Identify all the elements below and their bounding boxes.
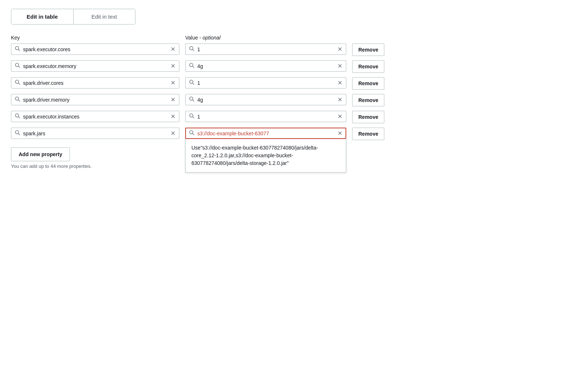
column-headers: Key Value - optional <box>11 35 571 41</box>
svg-line-9 <box>18 83 20 84</box>
remove-button-2[interactable]: Remove <box>352 60 384 73</box>
key-input-wrapper-6: ✕ <box>11 128 179 139</box>
value-header: Value - optional <box>185 35 346 41</box>
svg-line-5 <box>18 66 20 68</box>
value-autocomplete-container-2: ✕ <box>185 60 346 72</box>
search-icon <box>189 46 194 52</box>
key-input-5[interactable] <box>23 114 168 120</box>
value-input-wrapper-2: ✕ <box>185 60 346 72</box>
search-icon <box>189 80 194 86</box>
value-autocomplete-container-3: ✕ <box>185 77 346 88</box>
value-input-2[interactable] <box>197 63 335 69</box>
key-header: Key <box>11 35 179 41</box>
key-input-wrapper-1: ✕ <box>11 44 179 55</box>
remove-button-3[interactable]: Remove <box>352 77 384 90</box>
value-header-prefix: Value - <box>185 35 202 41</box>
svg-line-7 <box>193 66 194 68</box>
svg-line-13 <box>18 100 20 101</box>
key-clear-button-6[interactable]: ✕ <box>171 131 175 136</box>
value-input-6[interactable] <box>197 131 335 136</box>
value-input-wrapper-1: ✕ <box>185 44 346 55</box>
search-icon <box>189 97 194 103</box>
svg-line-21 <box>18 133 20 135</box>
value-header-optional: optional <box>202 35 220 41</box>
property-row: ✕ ✕ Remove <box>11 94 571 106</box>
remove-button-1[interactable]: Remove <box>352 44 384 56</box>
value-input-3[interactable] <box>197 80 335 86</box>
remove-button-5[interactable]: Remove <box>352 111 384 123</box>
key-input-wrapper-5: ✕ <box>11 111 179 122</box>
autocomplete-dropdown-6[interactable]: Use"s3://doc-example-bucket-630778274080… <box>185 139 346 173</box>
search-icon <box>15 46 20 52</box>
property-row: ✕ ✕ Remove <box>11 77 571 90</box>
key-input-1[interactable] <box>23 46 168 52</box>
property-row: ✕ ✕ Remove <box>11 111 571 123</box>
value-autocomplete-container-5: ✕ <box>185 111 346 122</box>
value-autocomplete-container-6: ✕ Use"s3://doc-example-bucket-6307782740… <box>185 128 346 139</box>
value-input-wrapper-5: ✕ <box>185 111 346 122</box>
search-icon <box>189 63 194 69</box>
tab-bar: Edit in table Edit in text <box>11 9 135 24</box>
key-clear-button-2[interactable]: ✕ <box>171 63 175 69</box>
key-input-2[interactable] <box>23 63 168 69</box>
tab-edit-in-table[interactable]: Edit in table <box>11 9 74 24</box>
value-input-wrapper-4: ✕ <box>185 94 346 105</box>
key-clear-button-1[interactable]: ✕ <box>171 46 175 52</box>
property-row: ✕ ✕ Remove <box>11 44 571 56</box>
key-input-wrapper-2: ✕ <box>11 60 179 72</box>
property-row: ✕ ✕ Use"s3://doc-example-bucket-63077827… <box>11 128 571 140</box>
value-clear-button-6[interactable]: ✕ <box>337 131 342 136</box>
svg-line-11 <box>193 83 194 84</box>
svg-line-3 <box>193 49 194 51</box>
value-clear-button-2[interactable]: ✕ <box>337 63 342 69</box>
key-clear-button-3[interactable]: ✕ <box>171 80 175 86</box>
key-input-6[interactable] <box>23 131 168 136</box>
search-icon <box>15 130 20 136</box>
svg-line-1 <box>18 49 20 51</box>
search-icon <box>15 113 20 120</box>
value-input-wrapper-6: ✕ <box>185 128 346 139</box>
key-clear-button-5[interactable]: ✕ <box>171 114 175 120</box>
autocomplete-suggestion: Use"s3://doc-example-bucket-630778274080… <box>191 144 340 167</box>
search-icon <box>15 80 20 86</box>
property-row: ✕ ✕ Remove <box>11 60 571 73</box>
remove-button-4[interactable]: Remove <box>352 94 384 106</box>
value-clear-button-1[interactable]: ✕ <box>337 46 342 52</box>
tab-edit-in-text[interactable]: Edit in text <box>74 9 135 24</box>
add-new-property-button[interactable]: Add new property <box>11 147 70 161</box>
key-input-4[interactable] <box>23 97 168 103</box>
svg-line-23 <box>193 133 194 135</box>
svg-line-15 <box>193 100 194 101</box>
key-input-3[interactable] <box>23 80 168 86</box>
svg-line-17 <box>18 117 20 118</box>
property-rows: ✕ ✕ Remove ✕ ✕ Remove <box>11 44 571 140</box>
key-input-wrapper-4: ✕ <box>11 94 179 105</box>
value-autocomplete-container-4: ✕ <box>185 94 346 105</box>
search-icon <box>189 130 194 136</box>
search-icon <box>15 97 20 103</box>
search-icon <box>189 113 194 120</box>
svg-line-19 <box>193 117 194 118</box>
value-clear-button-5[interactable]: ✕ <box>337 114 342 120</box>
remove-button-6[interactable]: Remove <box>352 128 384 140</box>
value-clear-button-3[interactable]: ✕ <box>337 80 342 86</box>
search-icon <box>15 63 20 69</box>
key-input-wrapper-3: ✕ <box>11 77 179 88</box>
value-input-1[interactable] <box>197 46 335 52</box>
key-clear-button-4[interactable]: ✕ <box>171 97 175 103</box>
value-clear-button-4[interactable]: ✕ <box>337 97 342 103</box>
value-input-4[interactable] <box>197 97 335 103</box>
value-autocomplete-container-1: ✕ <box>185 44 346 55</box>
value-input-5[interactable] <box>197 114 335 120</box>
value-input-wrapper-3: ✕ <box>185 77 346 88</box>
